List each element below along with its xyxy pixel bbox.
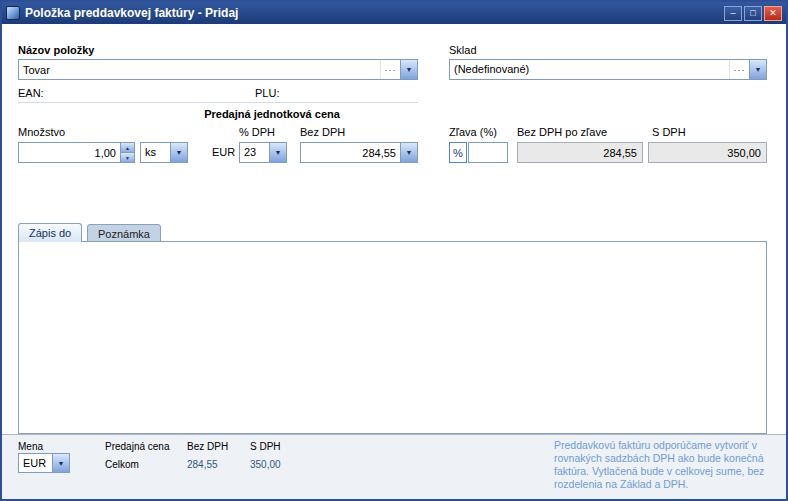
nazov-polozky-label: Názov položky: [18, 44, 94, 56]
ean-label: EAN:: [18, 87, 44, 99]
dph-dropdown-arrow-icon[interactable]: ▼: [269, 143, 286, 162]
dph-value: 23: [240, 143, 269, 162]
header-divider: [18, 102, 418, 103]
app-icon: [6, 6, 20, 20]
zlava-label: Zľava (%): [449, 126, 497, 138]
titlebar[interactable]: Položka preddavkovej faktúry - Pridaj – …: [2, 2, 786, 24]
zlava-percent-button[interactable]: %: [449, 142, 467, 163]
mnozstvo-input[interactable]: [19, 143, 120, 162]
spinner-up-icon[interactable]: ▲: [121, 143, 134, 153]
unit-dropdown-arrow-icon[interactable]: ▼: [170, 143, 187, 162]
zlava-input[interactable]: [469, 143, 507, 162]
celkom-s-dph-value: 350,00: [250, 459, 281, 470]
mena-select[interactable]: EUR ▼: [18, 453, 70, 473]
plu-label: PLU:: [255, 87, 279, 99]
mnozstvo-spinner: ▲ ▼: [120, 143, 134, 162]
sklad-ellipsis-button[interactable]: ···: [729, 60, 749, 79]
bez-dph-po-zlave-field: 284,55: [517, 142, 643, 163]
unit-select[interactable]: ks ▼: [140, 142, 188, 163]
window-controls: – □ ✕: [722, 6, 782, 21]
tab-poznamka[interactable]: Poznámka: [87, 224, 161, 242]
sklad-dropdown-arrow-icon[interactable]: ▼: [749, 60, 766, 79]
bez-dph-input[interactable]: [301, 143, 400, 162]
zapis-do-panel: [18, 241, 767, 434]
bez-dph-column-header: Bez DPH: [187, 441, 228, 452]
nazov-polozky-input[interactable]: [19, 60, 380, 79]
mena-label: Mena: [18, 441, 43, 452]
dph-label: % DPH: [239, 126, 275, 138]
bez-dph-field[interactable]: ▼: [300, 142, 418, 163]
nazov-ellipsis-button[interactable]: ···: [380, 60, 400, 79]
celkom-label: Celkom: [105, 459, 139, 470]
s-dph-column-header: S DPH: [250, 441, 281, 452]
predajna-cena-header: Predajná cena: [105, 441, 170, 452]
bez-dph-po-zlave-label: Bez DPH po zľave: [517, 126, 607, 138]
dph-select[interactable]: 23 ▼: [239, 142, 287, 163]
dialog-window: Položka preddavkovej faktúry - Pridaj – …: [0, 0, 788, 501]
window-title: Položka preddavkovej faktúry - Pridaj: [25, 6, 717, 20]
s-dph-field: 350,00: [648, 142, 767, 163]
sklad-label: Sklad: [449, 44, 477, 56]
price-heading: Predajná jednotková cena: [122, 108, 422, 120]
mena-value: EUR: [19, 454, 52, 472]
s-dph-label: S DPH: [652, 126, 686, 138]
zlava-field[interactable]: [468, 142, 508, 163]
nazov-polozky-combo[interactable]: ··· ▼: [18, 59, 418, 80]
nazov-dropdown-arrow-icon[interactable]: ▼: [400, 60, 417, 79]
minimize-button[interactable]: –: [724, 6, 742, 21]
bez-dph-label: Bez DPH: [300, 126, 345, 138]
spinner-down-icon[interactable]: ▼: [121, 153, 134, 162]
maximize-button[interactable]: □: [744, 6, 762, 21]
currency-label: EUR: [212, 146, 235, 158]
unit-value: ks: [141, 143, 170, 162]
mena-dropdown-arrow-icon[interactable]: ▼: [52, 454, 69, 472]
celkom-bez-dph-value: 284,55: [187, 459, 218, 470]
sklad-value: (Nedefinované): [450, 60, 729, 79]
bez-dph-dropdown-arrow-icon[interactable]: ▼: [400, 143, 417, 162]
mnozstvo-label: Množstvo: [18, 126, 65, 138]
advance-invoice-hint: Preddavkovú faktúru odporúčame vytvoriť …: [554, 439, 776, 492]
close-button[interactable]: ✕: [764, 6, 782, 21]
sklad-combo[interactable]: (Nedefinované) ··· ▼: [449, 59, 767, 80]
mnozstvo-field[interactable]: ▲ ▼: [18, 142, 135, 163]
tab-zapis-do[interactable]: Zápis do: [18, 223, 82, 242]
